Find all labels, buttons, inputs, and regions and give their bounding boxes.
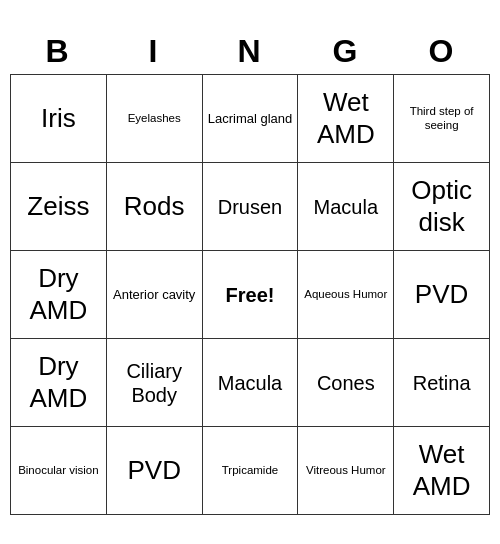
cell-text: Dry AMD bbox=[15, 263, 102, 325]
header-letter: O bbox=[394, 29, 490, 74]
bingo-cell: Eyelashes bbox=[107, 75, 203, 163]
header-letter: N bbox=[202, 29, 298, 74]
bingo-cell: Retina bbox=[394, 339, 490, 427]
bingo-cell: Dry AMD bbox=[11, 251, 107, 339]
bingo-cell: Third step of seeing bbox=[394, 75, 490, 163]
bingo-cell: PVD bbox=[394, 251, 490, 339]
cell-text: Drusen bbox=[218, 195, 282, 219]
cell-text: Optic disk bbox=[398, 175, 485, 237]
header-letter: B bbox=[10, 29, 106, 74]
cell-text: Ciliary Body bbox=[111, 359, 198, 407]
header-letter: I bbox=[106, 29, 202, 74]
bingo-cell: Macula bbox=[203, 339, 299, 427]
cell-text: Zeiss bbox=[27, 191, 89, 222]
bingo-cell: PVD bbox=[107, 427, 203, 515]
bingo-cell: Wet AMD bbox=[298, 75, 394, 163]
bingo-cell: Aqueous Humor bbox=[298, 251, 394, 339]
cell-text: Trpicamide bbox=[222, 464, 278, 478]
bingo-cell: Wet AMD bbox=[394, 427, 490, 515]
cell-text: Dry AMD bbox=[15, 351, 102, 413]
cell-text: Macula bbox=[218, 371, 282, 395]
bingo-cell: Lacrimal gland bbox=[203, 75, 299, 163]
cell-text: Cones bbox=[317, 371, 375, 395]
bingo-header: BINGO bbox=[10, 29, 490, 74]
bingo-cell: Macula bbox=[298, 163, 394, 251]
bingo-cell: Cones bbox=[298, 339, 394, 427]
cell-text: Free! bbox=[226, 283, 275, 307]
bingo-grid: IrisEyelashesLacrimal glandWet AMDThird … bbox=[10, 74, 490, 515]
cell-text: Macula bbox=[314, 195, 378, 219]
cell-text: Eyelashes bbox=[128, 112, 181, 126]
bingo-cell: Optic disk bbox=[394, 163, 490, 251]
cell-text: Anterior cavity bbox=[113, 287, 195, 303]
cell-text: Vitreous Humor bbox=[306, 464, 386, 478]
cell-text: Third step of seeing bbox=[398, 105, 485, 133]
bingo-cell: Drusen bbox=[203, 163, 299, 251]
cell-text: PVD bbox=[415, 279, 468, 310]
bingo-cell: Ciliary Body bbox=[107, 339, 203, 427]
cell-text: Rods bbox=[124, 191, 185, 222]
cell-text: Wet AMD bbox=[302, 87, 389, 149]
bingo-cell: Rods bbox=[107, 163, 203, 251]
header-letter: G bbox=[298, 29, 394, 74]
cell-text: Wet AMD bbox=[398, 439, 485, 501]
bingo-cell: Trpicamide bbox=[203, 427, 299, 515]
bingo-cell: Dry AMD bbox=[11, 339, 107, 427]
bingo-cell: Vitreous Humor bbox=[298, 427, 394, 515]
cell-text: Binocular vision bbox=[18, 464, 99, 478]
bingo-cell: Zeiss bbox=[11, 163, 107, 251]
bingo-card: BINGO IrisEyelashesLacrimal glandWet AMD… bbox=[10, 29, 490, 515]
cell-text: Aqueous Humor bbox=[304, 288, 387, 302]
bingo-cell: Binocular vision bbox=[11, 427, 107, 515]
bingo-cell: Anterior cavity bbox=[107, 251, 203, 339]
cell-text: Retina bbox=[413, 371, 471, 395]
cell-text: Lacrimal gland bbox=[208, 111, 293, 127]
bingo-cell: Iris bbox=[11, 75, 107, 163]
cell-text: Iris bbox=[41, 103, 76, 134]
bingo-cell: Free! bbox=[203, 251, 299, 339]
cell-text: PVD bbox=[127, 455, 180, 486]
